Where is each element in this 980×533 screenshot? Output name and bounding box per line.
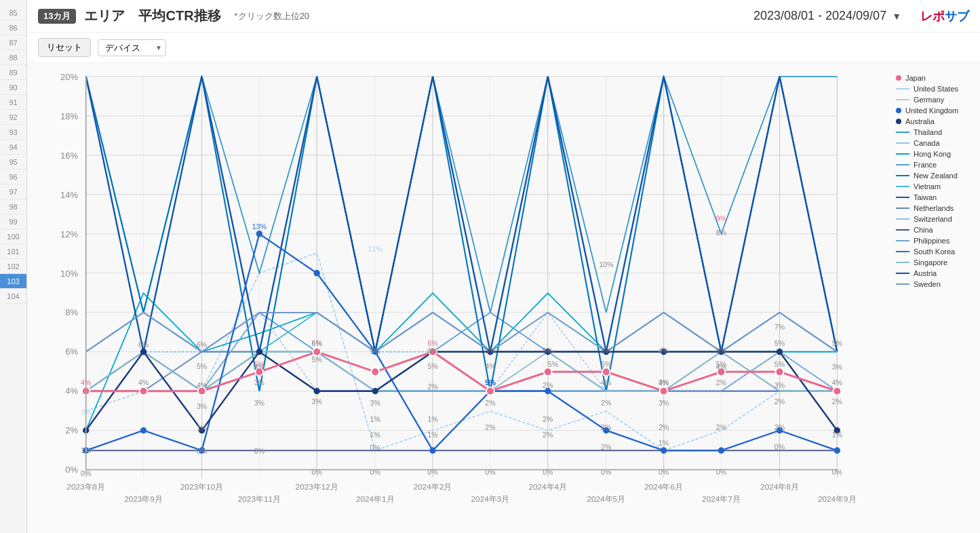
legend-label: United Kingdom <box>905 106 958 115</box>
row-num-98: 98 <box>0 199 26 214</box>
legend-label: Hong Kong <box>914 150 951 158</box>
svg-text:4%: 4% <box>197 381 208 389</box>
legend-label: Canada <box>914 139 940 147</box>
svg-point-64 <box>834 448 840 454</box>
svg-text:5%: 5% <box>601 347 612 355</box>
row-num-89: 89 <box>0 65 26 80</box>
legend-item-philippines[interactable]: Philippines <box>896 237 969 245</box>
svg-text:4%: 4% <box>601 378 612 387</box>
controls-bar: リセット デバイス PC モバイル タブレット <box>27 33 980 63</box>
legend-item-new-zealand[interactable]: New Zealand <box>896 172 969 180</box>
legend-label: Austria <box>914 269 937 277</box>
row-num-95: 95 <box>0 155 26 170</box>
svg-text:0%: 0% <box>775 443 785 451</box>
svg-text:1%: 1% <box>659 439 669 447</box>
reset-button[interactable]: リセット <box>38 38 91 57</box>
svg-text:4%: 4% <box>138 378 149 387</box>
svg-text:1%: 1% <box>427 415 438 423</box>
svg-text:1%: 1% <box>427 431 438 439</box>
month-badge: 13カ月 <box>38 9 76 24</box>
legend-item-singapore[interactable]: Singapore <box>896 258 969 266</box>
svg-text:0%: 0% <box>427 468 438 476</box>
device-select[interactable]: デバイス PC モバイル タブレット <box>98 39 166 56</box>
svg-text:5%: 5% <box>427 362 438 370</box>
chart-svg: 0% 2% 4% 6% 8% 10% 12% <box>38 68 885 533</box>
legend-item-hong-kong[interactable]: Hong Kong <box>896 150 969 158</box>
svg-text:2%: 2% <box>601 443 612 451</box>
device-select-wrapper[interactable]: デバイス PC モバイル タブレット <box>98 39 166 56</box>
header: 13カ月 エリア 平均CTR推移 *クリック数上位20 2023/08/01 -… <box>27 0 980 33</box>
svg-text:2%: 2% <box>832 397 843 406</box>
svg-point-66 <box>140 349 146 355</box>
svg-text:0%: 0% <box>716 468 727 476</box>
svg-text:0%: 0% <box>197 447 208 455</box>
legend-item-switzerland[interactable]: Switzerland <box>896 215 969 223</box>
legend-line-icon <box>896 88 909 90</box>
legend-item-canada[interactable]: Canada <box>896 139 969 147</box>
svg-text:4%: 4% <box>716 363 727 371</box>
legend-item-japan[interactable]: Japan <box>896 74 969 82</box>
svg-point-68 <box>256 349 262 355</box>
svg-text:4%: 4% <box>832 378 843 387</box>
svg-text:5%: 5% <box>775 339 785 347</box>
svg-text:2024年5月: 2024年5月 <box>587 494 625 504</box>
legend-line-icon <box>896 197 909 198</box>
row-num-88: 88 <box>0 50 26 65</box>
svg-text:2024年1月: 2024年1月 <box>356 494 395 504</box>
legend-item-austria[interactable]: Austria <box>896 269 969 277</box>
legend-item-united-states[interactable]: United States <box>896 85 969 93</box>
svg-text:5%: 5% <box>601 360 612 368</box>
legend-label: Germany <box>914 96 944 104</box>
legend-item-thailand[interactable]: Thailand <box>896 128 969 136</box>
row-num-91: 91 <box>0 95 26 110</box>
svg-text:2024年9月: 2024年9月 <box>818 494 857 504</box>
legend-item-taiwan[interactable]: Taiwan <box>896 193 969 201</box>
svg-text:5%: 5% <box>716 347 727 355</box>
svg-text:0%: 0% <box>254 447 265 455</box>
svg-text:2%: 2% <box>543 381 553 389</box>
legend-item-vietnam[interactable]: Vietnam <box>896 182 969 191</box>
legend-label: Taiwan <box>914 193 937 201</box>
date-dropdown-icon[interactable]: ▼ <box>892 11 901 22</box>
subtitle: *クリック数上位20 <box>235 10 310 22</box>
svg-text:1%: 1% <box>370 415 381 423</box>
legend-item-netherlands[interactable]: Netherlands <box>896 204 969 212</box>
svg-point-83 <box>313 348 321 356</box>
svg-point-87 <box>544 368 552 376</box>
legend-item-south-korea[interactable]: South Korea <box>896 248 969 256</box>
svg-text:3%: 3% <box>659 399 669 407</box>
svg-text:18%: 18% <box>60 111 78 121</box>
svg-text:2%: 2% <box>659 423 669 431</box>
svg-text:4%: 4% <box>659 347 669 355</box>
legend-dot-icon <box>896 75 901 81</box>
page-title: エリア 平均CTR推移 <box>84 7 220 25</box>
row-num-100: 100 <box>0 229 26 244</box>
legend-label: Switzerland <box>914 215 952 223</box>
legend-item-france[interactable]: France <box>896 161 969 169</box>
svg-text:0%: 0% <box>543 468 553 476</box>
main-content: 13カ月 エリア 平均CTR推移 *クリック数上位20 2023/08/01 -… <box>27 0 980 533</box>
svg-text:2%: 2% <box>427 382 438 391</box>
svg-text:5%: 5% <box>832 339 843 347</box>
legend-item-united-kingdom[interactable]: United Kingdom <box>896 106 969 115</box>
svg-text:2%: 2% <box>485 423 496 431</box>
legend-item-sweden[interactable]: Sweden <box>896 280 969 288</box>
legend-line-icon <box>896 251 909 252</box>
row-num-97: 97 <box>0 184 26 199</box>
svg-text:4%: 4% <box>485 362 496 370</box>
svg-text:3%: 3% <box>775 381 785 389</box>
svg-text:2%: 2% <box>543 431 553 439</box>
svg-text:10%: 10% <box>599 260 614 269</box>
legend-line-icon <box>896 175 909 176</box>
legend-item-germany[interactable]: Germany <box>896 96 969 104</box>
legend-item-china[interactable]: China <box>896 226 969 234</box>
row-num-99: 99 <box>0 214 26 229</box>
row-num-101: 101 <box>0 244 26 259</box>
svg-text:2023年10月: 2023年10月 <box>180 482 223 492</box>
legend-label: Philippines <box>914 237 949 245</box>
legend-label: New Zealand <box>914 172 958 180</box>
row-num-96: 96 <box>0 170 26 184</box>
legend-item-australia[interactable]: Australia <box>896 117 969 125</box>
svg-point-86 <box>486 387 494 395</box>
svg-text:2023年9月: 2023年9月 <box>124 494 163 504</box>
